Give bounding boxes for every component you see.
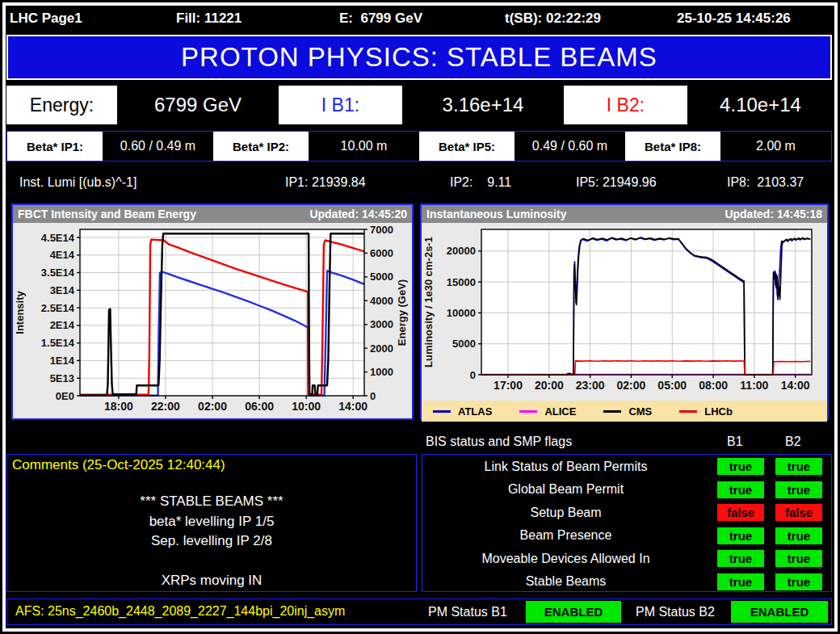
svg-text:Intensity: Intensity [14,291,26,334]
svg-text:10000: 10000 [447,307,476,319]
energy-intensity-row: Energy: 6799 GeV I B1: 3.16e+14 I B2: 4.… [6,86,834,124]
bis-col-b1: B1 [727,435,743,449]
bis-col-b2: B2 [785,435,801,449]
svg-text:2E14: 2E14 [50,319,75,331]
fbct-chart-svg: 18:0022:0002:0006:0010:0014:000E05E131E1… [13,223,412,418]
legend-item-atlas: ATLAS [433,405,492,418]
page-mode-banner: PROTON PHYSICS: STABLE BEAMS [6,35,832,80]
bottom-status-bar: AFS: 25ns_2460b_2448_2089_2227_144bpi_20… [6,598,832,625]
status-badge: true [775,573,822,590]
svg-text:3E14: 3E14 [50,284,75,296]
svg-text:3.5E14: 3.5E14 [41,267,75,279]
status-badge: true [775,458,822,475]
svg-text:22:00: 22:00 [151,400,180,413]
status-badge: true [717,481,764,498]
status-badge: true [775,550,822,567]
svg-text:14:00: 14:00 [781,379,810,392]
beta-ip8-label: Beta* IP8: [625,132,720,161]
svg-text:5000: 5000 [452,338,476,350]
fbct-chart-updated: Updated: 14:45:20 [309,208,407,220]
bis-row-stable-beams: Stable Beams true true [422,570,831,593]
status-badge: true [717,527,764,544]
legend-swatch [603,410,621,413]
comment-line: *** STABLE BEAMS *** [7,492,416,512]
fbct-chart-title: FBCT Intensity and Beam Energy [18,208,196,220]
inst-lumi-label: Inst. Lumi [(ub.s)^-1] [19,175,136,190]
comment-line: beta* levelling IP 1/5 [7,512,416,532]
svg-text:08:00: 08:00 [699,379,728,392]
status-badge: false [775,504,822,521]
svg-text:11:00: 11:00 [740,379,768,392]
bis-row-setup-beam: Setup Beam false false [422,502,831,524]
svg-text:5E13: 5E13 [50,372,74,384]
legend-swatch [433,410,451,413]
lumi-chart-svg: 17:0020:0023:0002:0005:0008:0011:0014:00… [422,223,827,397]
intensity-b2-label: I B2: [564,86,687,124]
intensity-b1-label: I B1: [279,86,402,124]
datetime: 25-10-25 14:45:26 [677,10,791,27]
comment-line: Sep. levelling IP 2/8 [7,531,416,552]
svg-text:18:00: 18:00 [104,400,133,413]
lumi-chart-legend: ATLASALICECMSLHCb [422,401,827,422]
inst-lumi-row: Inst. Lumi [(ub.s)^-1] IP1: 21939.84 IP2… [6,166,834,202]
status-badge: true [775,481,822,498]
energy-value: 6799 GeV [117,86,279,124]
page-mode-title: PROTON PHYSICS: STABLE BEAMS [181,42,657,73]
status-badge: true [775,527,822,544]
svg-text:20000: 20000 [447,245,476,257]
svg-text:23:00: 23:00 [576,379,605,392]
comments-box: Comments (25-Oct-2025 12:40:44) *** STAB… [6,454,417,592]
legend-item-alice: ALICE [519,405,576,418]
status-badge: true [717,550,764,567]
pm-status-b1-label: PM Status B1 [428,605,507,619]
afs-scheme: AFS: 25ns_2460b_2448_2089_2227_144bpi_20… [15,604,345,619]
svg-text:1E14: 1E14 [50,355,75,367]
intensity-b2-value: 4.10e+14 [687,86,834,124]
svg-text:2000: 2000 [370,342,393,355]
app-title: LHC Page1 [10,10,82,27]
beta-ip5-label: Beta* IP5: [419,132,514,161]
beam-energy: E: 6799 GeV [339,10,422,27]
legend-item-lhcb: LHCb [679,405,733,418]
inst-lumi-ip2: IP2: 9.11 [450,175,511,190]
svg-text:3000: 3000 [370,318,393,330]
status-badge: false [717,504,764,521]
lumi-chart-panel: Instantaneous Luminosity Updated: 14:45:… [420,204,829,420]
svg-text:05:00: 05:00 [657,379,687,392]
bis-row-beam-presence: Beam Presence true true [422,524,831,547]
inst-lumi-ip1: IP1: 21939.84 [285,175,366,190]
svg-text:20:00: 20:00 [535,379,564,392]
svg-text:06:00: 06:00 [245,400,274,413]
beta-ip5-value: 0.49 / 0.60 m [514,132,625,161]
lumi-chart-header: Instantaneous Luminosity Updated: 14:45:… [422,205,827,223]
svg-text:4000: 4000 [370,295,393,307]
fbct-chart-header: FBCT Intensity and Beam Energy Updated: … [13,205,412,223]
legend-swatch [679,410,697,413]
status-badge: true [717,573,764,590]
svg-text:0E0: 0E0 [56,390,74,402]
svg-text:Luminosity / 1e30 cm-2s-1: Luminosity / 1e30 cm-2s-1 [422,237,435,367]
intensity-b1-value: 3.16e+14 [402,86,564,124]
svg-text:14:00: 14:00 [338,400,368,413]
svg-text:10:00: 10:00 [292,400,321,413]
svg-text:1.5E14: 1.5E14 [41,337,75,349]
beta-ip1-value: 0.60 / 0.49 m [103,132,213,161]
status-badge: true [717,458,764,475]
svg-text:17:00: 17:00 [494,379,523,392]
svg-text:02:00: 02:00 [198,400,227,413]
beta-star-row: Beta* IP1: 0.60 / 0.49 m Beta* IP2: 10.0… [6,131,832,162]
bis-row-link-status: Link Status of Beam Permits true true [422,456,831,478]
fill-number: Fill: 11221 [176,10,242,27]
comment-line: XRPs moving IN [7,571,416,591]
lumi-chart-updated: Updated: 14:45:18 [724,208,822,220]
comment-line [7,552,416,572]
svg-text:02:00: 02:00 [617,379,646,392]
svg-text:5000: 5000 [370,271,393,283]
svg-text:7000: 7000 [370,224,393,236]
svg-text:0: 0 [470,369,476,381]
svg-text:15000: 15000 [447,276,476,288]
svg-text:0: 0 [370,390,376,402]
svg-text:6000: 6000 [370,247,393,259]
svg-text:Energy (GeV): Energy (GeV) [396,279,408,346]
comments-body: *** STABLE BEAMS *** beta* levelling IP … [7,492,416,591]
